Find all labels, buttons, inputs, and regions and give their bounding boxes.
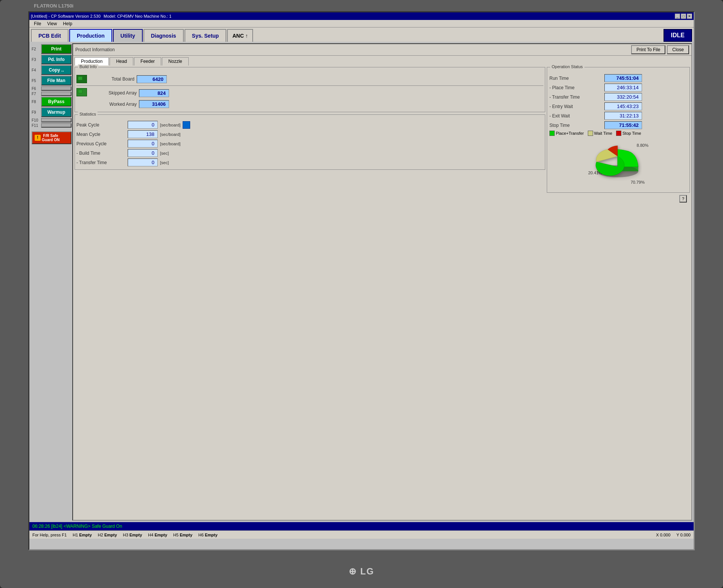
worked-array-value: 31406: [139, 100, 169, 108]
tab-diagnosis[interactable]: Diagnosis: [143, 29, 184, 42]
build-info-group: Build Info Total Board 6420: [75, 67, 545, 112]
tab-pcb-edit[interactable]: PCB Edit: [31, 29, 69, 42]
transfer-time-op-row: - Transfer Time 332:20:54: [549, 93, 687, 101]
h3-status: H3 Empty: [123, 533, 142, 537]
y-coord: Y 0.000: [676, 533, 691, 537]
h6-status: H6 Empty: [198, 533, 218, 537]
place-time-row: - Place Time 246:33:14: [549, 84, 687, 91]
window-controls[interactable]: _ □ ✕: [675, 14, 692, 19]
print-to-file-button[interactable]: Print To File: [631, 45, 665, 54]
lg-logo: ⊕ LG: [349, 566, 374, 577]
legend-wait-time: Wait Time: [588, 131, 613, 136]
exit-wait-value: 31:22:13: [604, 112, 642, 120]
sidebar-item-bypass[interactable]: F8 ByPass: [32, 97, 72, 107]
status-bar: 06:28:26 [lb24] <WARNING> Safe Guard On: [29, 522, 694, 530]
legend-red-color: [616, 131, 621, 136]
transfer-time-op-label: - Transfer Time: [549, 94, 602, 100]
tab-sys-setup[interactable]: Sys. Setup: [185, 29, 227, 42]
menu-view[interactable]: View: [44, 21, 60, 27]
peak-cycle-icon[interactable]: [183, 121, 190, 129]
sidebar-item-copy[interactable]: F4 Copy ..: [32, 65, 72, 75]
tab-production[interactable]: Production: [69, 29, 112, 42]
skipped-array-label: Skipped Array: [92, 90, 137, 96]
legend-yellow-color: [588, 131, 593, 136]
sidebar-item-pdinfo[interactable]: F3 Pd. Info: [32, 55, 72, 64]
help-area: ?: [547, 195, 690, 203]
monitor-bezel: FLATRON L1750i [Untitled] - CP Software …: [0, 0, 723, 588]
mean-cycle-unit: [sec/board]: [160, 132, 180, 137]
tab-utility[interactable]: Utility: [113, 29, 143, 42]
h5-status: H5 Empty: [173, 533, 192, 537]
right-panel: Operation Status Run Time 745:51:04 - Pl…: [547, 67, 690, 518]
legend-place-transfer: Place+Transfer: [549, 131, 584, 136]
menu-file[interactable]: File: [31, 21, 44, 27]
sidebar-item-f10: F10: [32, 118, 72, 122]
sidebar-item-f6: F6: [32, 86, 72, 91]
bottom-bar: For Help, press F1 H1 Empty H2 Empty H3 …: [29, 530, 694, 539]
x-coord: X 0.000: [656, 533, 670, 537]
pie-chart-container: 8.80% 20.41% 70.79%: [549, 137, 687, 190]
help-button[interactable]: ?: [679, 195, 687, 203]
maximize-button[interactable]: □: [681, 14, 686, 19]
h1-status: H1 Empty: [73, 533, 92, 537]
statistics-label: Statistics: [78, 112, 98, 116]
prev-cycle-unit: [sec/board]: [160, 142, 180, 146]
build-time-unit: [sec]: [160, 151, 169, 155]
transfer-time-row: - Transfer Time 0 [sec]: [76, 158, 543, 166]
build-time-value: 0: [128, 149, 158, 157]
peak-cycle-value: 0: [128, 121, 158, 129]
warning-icon: !: [35, 135, 41, 141]
close-panel-button[interactable]: Close: [667, 45, 689, 54]
run-time-value: 745:51:04: [604, 74, 642, 82]
sidebar: F2 Print F3 Pd. Info F4 Copy .. F5 File …: [31, 43, 72, 521]
prev-cycle-value: 0: [128, 140, 158, 148]
pie-chart-svg: [588, 141, 648, 186]
monitor-brand: FLATRON L1750i: [34, 3, 73, 9]
mean-cycle-row: Mean Cycle 138 [sec/board]: [76, 130, 543, 138]
menu-help[interactable]: Help: [60, 21, 75, 27]
board-icon-2: [76, 88, 89, 98]
entry-wait-label: - Entry Wait: [549, 104, 602, 109]
panel-header: Product Information Print To File Close: [73, 44, 691, 56]
legend-green-color: [549, 131, 555, 136]
statistics-group: Statistics Peak Cycle 0 [sec/board] Mea: [75, 114, 545, 170]
operation-status-box: Operation Status Run Time 745:51:04 - Pl…: [547, 67, 690, 193]
skipped-array-row: Skipped Array 824: [76, 88, 543, 98]
screen: [Untitled] - CP Software Version 2.530 M…: [28, 11, 695, 550]
mean-cycle-value: 138: [128, 130, 158, 138]
sub-tab-nozzle[interactable]: Nozzle: [162, 57, 189, 66]
title-bar: [Untitled] - CP Software Version 2.530 M…: [29, 12, 694, 20]
left-panel: Build Info Total Board 6420: [75, 67, 545, 518]
worked-array-row: Worked Array 31406: [76, 100, 543, 108]
prev-cycle-label: Previous Cycle: [76, 141, 125, 146]
sub-tab-feeder[interactable]: Feeder: [134, 57, 161, 66]
sidebar-item-warmup[interactable]: F9 Warmup: [32, 107, 72, 117]
skipped-array-value: 824: [139, 89, 169, 97]
sub-tab-head[interactable]: Head: [110, 57, 133, 66]
board-icon: [76, 75, 87, 83]
sidebar-item-fileman[interactable]: F5 File Man: [32, 76, 72, 85]
sidebar-item-print[interactable]: F2 Print: [32, 44, 72, 54]
legend-stop-time: Stop Time: [616, 131, 641, 136]
place-time-label: - Place Time: [549, 85, 602, 90]
peak-cycle-row: Peak Cycle 0 [sec/board]: [76, 121, 543, 129]
content-row: Build Info Total Board 6420: [73, 66, 691, 520]
run-time-row: Run Time 745:51:04: [549, 74, 687, 82]
model-info: Model: CP45MV Neo Machine No.: 1: [104, 14, 171, 18]
tab-anc[interactable]: ANC ↑: [227, 29, 253, 42]
status-message: 06:28:26 [lb24] <WARNING> Safe Guard On: [32, 524, 122, 529]
entry-wait-value: 145:43:23: [604, 102, 642, 110]
menu-bar: File View Help: [29, 20, 694, 27]
worked-array-label: Worked Array: [92, 102, 137, 107]
total-board-value: 6420: [137, 75, 167, 83]
tab-idle[interactable]: IDLE: [664, 29, 692, 42]
peak-cycle-label: Peak Cycle: [76, 122, 125, 128]
stop-time-row: Stop Time 71:55:42: [549, 121, 687, 129]
safe-guard-btn[interactable]: ! F/R SafeGuard ON: [32, 131, 72, 144]
stop-time-label: Stop Time: [549, 123, 602, 128]
op-status-label: Operation Status: [550, 64, 584, 69]
minimize-button[interactable]: _: [675, 14, 680, 19]
build-time-row: - Build Time 0 [sec]: [76, 149, 543, 157]
h2-status: H2 Empty: [98, 533, 117, 537]
close-button[interactable]: ✕: [687, 14, 692, 19]
